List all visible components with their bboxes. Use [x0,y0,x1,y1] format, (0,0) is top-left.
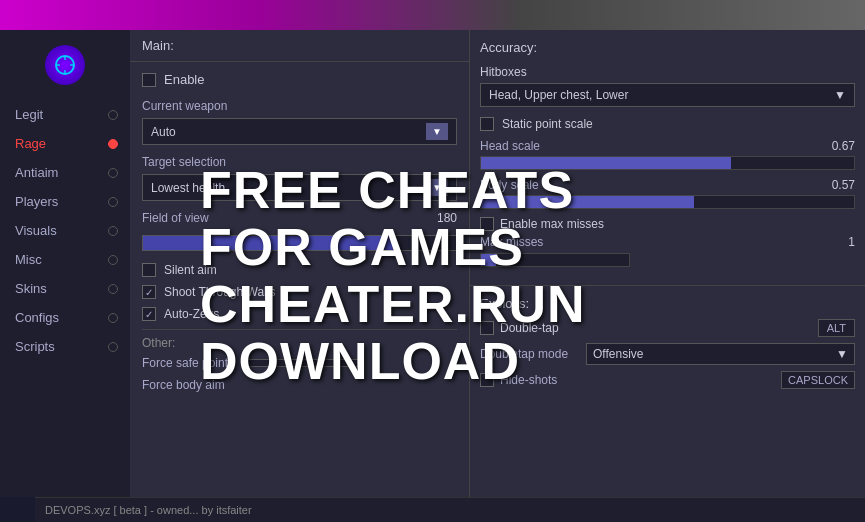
enable-row: Enable [142,72,457,87]
sidebar-item-scripts[interactable]: Scripts [0,332,130,361]
other-divider: Other: [142,329,457,350]
sidebar-item-misc[interactable]: Misc [0,245,130,274]
body-scale-value: 0.57 [832,178,855,192]
hitboxes-value: Head, Upper chest, Lower [489,88,628,102]
doubletap-mode-row: Doubletap mode Offensive ▼ [480,343,855,365]
max-misses-slider[interactable] [480,253,630,267]
max-misses-row: Max misses 1 [480,235,855,249]
head-scale-slider[interactable] [480,156,855,170]
sidebar-item-players[interactable]: Players [0,187,130,216]
sidebar-item-legit[interactable]: Legit [0,100,130,129]
doubletap-label-group: Double-tap [480,321,559,335]
head-scale-value: 0.67 [832,139,855,153]
other-header: Other: [142,336,175,350]
force-safe-row: Force safe points [142,356,457,370]
sidebar-item-indicator [108,313,118,323]
hitboxes-dropdown[interactable]: Head, Upper chest, Lower ▼ [480,83,855,107]
sidebar-item-indicator [108,139,118,149]
sidebar-item-indicator [108,342,118,352]
sidebar-item-rage[interactable]: Rage [0,129,130,158]
enable-max-label: Enable max misses [500,217,604,231]
hide-shots-key-badge[interactable]: CAPSLOCK [781,371,855,389]
max-misses-value: 1 [848,235,855,249]
force-body-row: Force body aim [142,378,457,392]
main-panel: Main: Enable Current weapon Auto ▼ Targe… [130,30,470,497]
sidebar-item-label: Visuals [15,223,57,238]
exploits-section: Exploits: Double-tap ALT Doubletap mode … [470,286,865,497]
hide-shots-label: Hide-shots [500,373,557,387]
max-misses-fill [481,254,496,266]
status-text: DEVOPS.xyz [ beta ] - owned... by itsfai… [45,504,252,516]
status-bar: DEVOPS.xyz [ beta ] - owned... by itsfai… [35,497,865,522]
accuracy-header: Accuracy: [480,40,855,55]
sidebar-item-label: Skins [15,281,47,296]
doubletap-mode-value: Offensive [593,347,643,361]
head-scale-label: Head scale [480,139,540,153]
fov-row: Field of view 180 [142,211,457,225]
shoot-walls-label: Shoot Through Walls [164,285,275,299]
auto-zeus-checkbox[interactable] [142,307,156,321]
sidebar-item-indicator [108,110,118,120]
hitboxes-label: Hitboxes [480,65,855,79]
silent-aim-label: Silent aim [164,263,217,277]
shoot-walls-row: Shoot Through Walls [142,285,457,299]
fov-slider[interactable] [142,235,457,251]
hide-shots-label-group: Hide-shots [480,373,557,387]
current-weapon-dropdown[interactable]: Auto ▼ [142,118,457,145]
current-weapon-value: Auto [151,125,176,139]
body-scale-slider[interactable] [480,195,855,209]
target-selection-label: Target selection [142,155,457,169]
sidebar-item-skins[interactable]: Skins [0,274,130,303]
fov-slider-fill [143,236,393,250]
fov-value: 180 [427,211,457,225]
doubletap-mode-dropdown[interactable]: Offensive ▼ [586,343,855,365]
sidebar-item-indicator [108,197,118,207]
hide-shots-row: Hide-shots CAPSLOCK [480,371,855,389]
enable-max-checkbox[interactable] [480,217,494,231]
doubletap-row: Double-tap ALT [480,319,855,337]
auto-zeus-row: Auto-Zeus [142,307,457,321]
enable-max-row: Enable max misses [480,217,855,231]
sidebar-item-indicator [108,284,118,294]
body-scale-fill [481,196,694,208]
sidebar-item-indicator [108,168,118,178]
doubletap-mode-arrow-icon: ▼ [836,347,848,361]
doubletap-label: Double-tap [500,321,559,335]
svg-point-1 [61,61,69,69]
sidebar-item-visuals[interactable]: Visuals [0,216,130,245]
hitboxes-arrow-icon: ▼ [834,88,846,102]
right-panel: Accuracy: Hitboxes Head, Upper chest, Lo… [470,30,865,497]
body-scale-row: Body scale 0.57 [480,178,855,192]
force-body-label: Force body aim [142,378,225,392]
head-scale-row: Head scale 0.67 [480,139,855,153]
max-misses-label: Max misses [480,235,543,249]
fov-label: Field of view [142,211,419,225]
auto-zeus-label: Auto-Zeus [164,307,219,321]
sidebar-item-indicator [108,226,118,236]
body-scale-label: Body scale [480,178,539,192]
head-scale-fill [481,157,731,169]
sidebar-item-configs[interactable]: Configs [0,303,130,332]
sidebar-item-antiaim[interactable]: Antiaim [0,158,130,187]
hide-shots-checkbox[interactable] [480,373,494,387]
doubletap-checkbox[interactable] [480,321,494,335]
sidebar-item-label: Rage [15,136,46,151]
silent-aim-checkbox[interactable] [142,263,156,277]
enable-label: Enable [164,72,204,87]
silent-aim-row: Silent aim [142,263,457,277]
sidebar-item-label: Legit [15,107,43,122]
static-point-row: Static point scale [480,117,855,131]
sidebar-item-label: Configs [15,310,59,325]
top-banner [0,0,865,30]
static-point-checkbox[interactable] [480,117,494,131]
sidebar-item-label: Players [15,194,58,209]
force-safe-input[interactable] [242,359,362,367]
force-safe-label: Force safe points [142,356,234,370]
doubletap-key-badge[interactable]: ALT [818,319,855,337]
main-panel-header: Main: [130,30,469,62]
target-selection-dropdown[interactable]: Lowest health ▼ [142,174,457,201]
enable-checkbox[interactable] [142,73,156,87]
sidebar-item-label: Scripts [15,339,55,354]
target-selection-value: Lowest health [151,181,225,195]
shoot-walls-checkbox[interactable] [142,285,156,299]
